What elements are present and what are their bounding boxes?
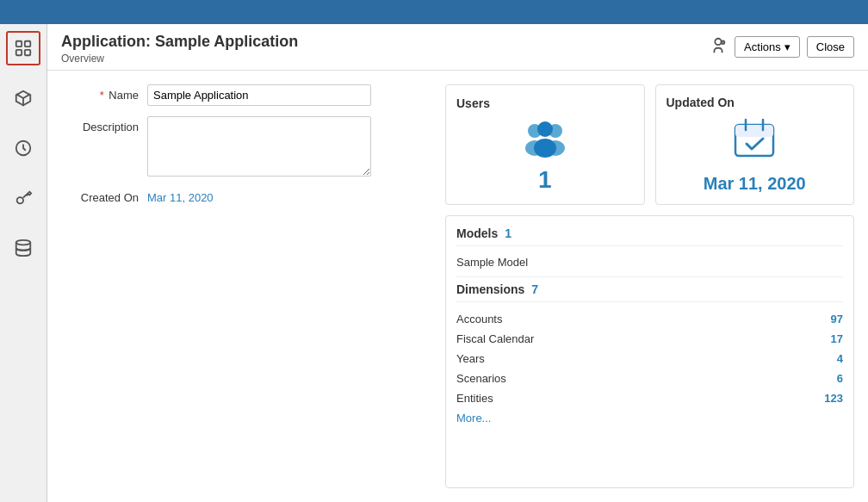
sidebar-item-history[interactable] xyxy=(6,131,40,165)
dimension-name: Entities xyxy=(456,392,493,405)
form-section: * Name Description Created On Mar 11, 20… xyxy=(61,84,431,488)
section-divider xyxy=(456,276,843,277)
svg-point-6 xyxy=(17,197,23,203)
svg-rect-0 xyxy=(16,41,22,46)
calendar-icon xyxy=(732,116,777,164)
breadcrumb: Overview xyxy=(61,53,298,65)
dimension-name: Scenarios xyxy=(456,372,506,385)
name-input[interactable] xyxy=(147,84,371,106)
sidebar xyxy=(0,24,47,502)
models-list: Sample Model xyxy=(456,253,843,271)
page-title: Application: Sample Application xyxy=(61,33,298,51)
sidebar-item-models[interactable] xyxy=(6,81,40,115)
dimensions-section-header: Dimensions 7 xyxy=(456,282,843,302)
dimension-row: Entities123 xyxy=(456,388,843,408)
created-on-value: Mar 11, 2020 xyxy=(147,187,214,204)
svg-point-7 xyxy=(16,240,31,245)
more-link[interactable]: More... xyxy=(456,412,491,425)
required-indicator: * xyxy=(100,89,104,102)
dimensions-count: 7 xyxy=(531,282,538,296)
dimensions-list: Accounts97Fiscal Calendar17Years4Scenari… xyxy=(456,309,843,408)
models-count: 1 xyxy=(505,226,512,240)
main-layout: Application: Sample Application Overview… xyxy=(0,24,868,502)
actions-button[interactable]: Actions ▾ xyxy=(735,36,800,58)
users-card: Users xyxy=(445,84,645,205)
close-button[interactable]: Close xyxy=(807,36,854,58)
sidebar-item-access[interactable] xyxy=(6,181,40,215)
description-row: Description xyxy=(61,116,431,177)
svg-rect-18 xyxy=(735,125,773,137)
grid-icon xyxy=(14,39,33,58)
dimension-name: Years xyxy=(456,352,485,365)
dimension-row: Scenarios6 xyxy=(456,369,843,388)
chevron-down-icon: ▾ xyxy=(784,40,790,53)
users-card-title: Users xyxy=(456,96,490,110)
dimension-name: Fiscal Calendar xyxy=(456,332,534,345)
svg-rect-3 xyxy=(25,50,30,55)
content: Application: Sample Application Overview… xyxy=(47,24,868,502)
models-section-header: Models 1 xyxy=(456,226,843,246)
page-header-left: Application: Sample Application Overview xyxy=(61,33,298,65)
user-icon xyxy=(709,36,728,55)
database-icon xyxy=(14,239,33,257)
svg-point-16 xyxy=(534,139,556,158)
description-label: Description xyxy=(61,116,147,133)
page-header: Application: Sample Application Overview… xyxy=(47,24,868,71)
page-body: * Name Description Created On Mar 11, 20… xyxy=(47,71,868,502)
svg-rect-2 xyxy=(16,50,22,55)
sidebar-item-overview[interactable] xyxy=(6,31,40,65)
name-label: * Name xyxy=(61,84,147,102)
svg-point-15 xyxy=(537,121,553,137)
page-header-right: Actions ▾ Close xyxy=(709,36,854,58)
model-item: Sample Model xyxy=(456,253,843,271)
name-row: * Name xyxy=(61,84,431,106)
dimension-row: Years4 xyxy=(456,349,843,369)
cards-section: Users xyxy=(445,84,854,488)
dimension-count: 4 xyxy=(837,352,843,365)
key-icon xyxy=(14,189,33,208)
dimension-row: Accounts97 xyxy=(456,309,843,329)
dimension-count: 6 xyxy=(837,372,843,385)
updated-on-value: Mar 11, 2020 xyxy=(704,174,806,194)
cube-icon xyxy=(14,89,33,108)
dimension-name: Accounts xyxy=(456,313,502,325)
dimension-count: 123 xyxy=(824,392,843,405)
created-on-row: Created On Mar 11, 2020 xyxy=(61,187,431,204)
users-count: 1 xyxy=(538,166,552,194)
user-icon-button[interactable] xyxy=(709,36,728,58)
svg-rect-1 xyxy=(25,41,30,46)
svg-point-8 xyxy=(715,39,721,45)
created-on-label: Created On xyxy=(61,187,147,204)
clock-icon xyxy=(14,139,33,158)
dimension-row: Fiscal Calendar17 xyxy=(456,329,843,349)
description-textarea[interactable] xyxy=(147,116,371,177)
users-icon xyxy=(519,117,571,163)
sidebar-item-data[interactable] xyxy=(6,231,40,265)
top-cards: Users xyxy=(445,84,854,205)
updated-on-card: Updated On Mar 11, 2020 xyxy=(655,84,855,205)
updated-on-title: Updated On xyxy=(666,96,735,109)
bottom-panel: Models 1 Sample Model Dimensions 7 Accou… xyxy=(445,215,854,488)
dimension-count: 97 xyxy=(831,313,843,325)
top-bar xyxy=(0,0,868,24)
dimension-count: 17 xyxy=(831,332,843,345)
